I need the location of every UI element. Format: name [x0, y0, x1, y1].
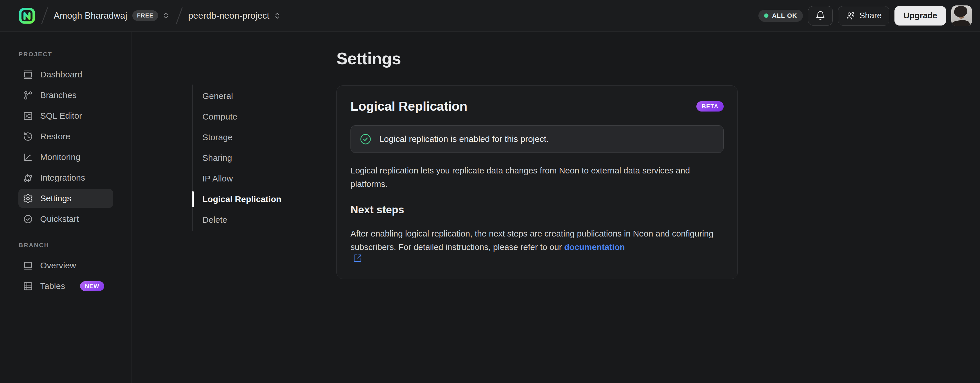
window-icon — [23, 260, 33, 271]
sidebar-section-branch: BRANCH — [19, 242, 131, 248]
settings-nav-label: Logical Replication — [202, 195, 281, 204]
sidebar-item-monitoring[interactable]: Monitoring — [18, 148, 113, 166]
settings-nav-label: Storage — [202, 133, 232, 142]
settings-subnav: General Compute Storage Sharing IP Allow… — [192, 85, 315, 231]
success-banner-text: Logical replication is enabled for this … — [379, 134, 549, 144]
next-steps-text: After enabling logical replication, the … — [350, 227, 724, 263]
settings-nav-delete[interactable]: Delete — [192, 210, 315, 230]
main-content: Settings Logical Replication BETA Logica… — [336, 49, 738, 279]
status-ok-dot — [764, 13, 768, 18]
sidebar-item-label: SQL Editor — [40, 111, 82, 121]
settings-nav-label: General — [202, 91, 233, 101]
page-title: Settings — [336, 49, 738, 68]
sidebar-item-tables[interactable]: Tables NEW — [18, 277, 113, 296]
topbar: Amogh Bharadwaj FREE peerdb-neon-project… — [0, 0, 980, 32]
sidebar-item-label: Monitoring — [40, 152, 80, 162]
settings-nav-label: Compute — [202, 112, 237, 122]
card-header: Logical Replication BETA — [350, 99, 724, 114]
description-text: Logical replication lets you replicate d… — [350, 164, 724, 191]
breadcrumb-divider — [176, 7, 183, 24]
sidebar-section-project: PROJECT — [19, 51, 131, 58]
neon-logo-icon[interactable] — [18, 7, 36, 24]
next-steps-text-body: After enabling logical replication, the … — [350, 229, 713, 252]
settings-nav-label: IP Allow — [202, 174, 233, 184]
status-badge-label: ALL OK — [772, 12, 797, 19]
external-link-icon[interactable] — [353, 254, 362, 263]
settings-nav-sharing[interactable]: Sharing — [192, 148, 315, 168]
settings-nav-logical-replication[interactable]: Logical Replication — [192, 189, 315, 210]
new-badge: NEW — [80, 281, 104, 291]
terminal-icon — [23, 111, 33, 121]
sidebar-item-label: Quickstart — [40, 214, 79, 224]
git-branch-icon — [23, 90, 33, 101]
logical-replication-card: Logical Replication BETA Logical replica… — [336, 85, 738, 279]
sidebar-item-sql-editor[interactable]: SQL Editor — [18, 106, 113, 125]
card-title: Logical Replication — [350, 99, 467, 114]
check-circle-icon — [23, 214, 33, 225]
settings-nav-compute[interactable]: Compute — [192, 106, 315, 127]
breadcrumb-project-name[interactable]: peerdb-neon-project — [188, 11, 270, 21]
breadcrumb-divider — [41, 7, 48, 24]
avatar-jacket — [951, 19, 970, 26]
share-button-label: Share — [859, 11, 881, 21]
chevron-up-down-icon[interactable] — [162, 11, 170, 20]
sidebar-item-label: Restore — [40, 131, 70, 141]
dashboard-icon — [23, 70, 33, 80]
history-icon — [23, 131, 33, 142]
sidebar-item-label: Tables — [40, 281, 65, 291]
sidebar-item-label: Dashboard — [40, 70, 83, 79]
chart-icon — [23, 152, 33, 163]
settings-nav-label: Delete — [202, 215, 228, 225]
sidebar-item-label: Branches — [40, 90, 76, 100]
status-badge[interactable]: ALL OK — [758, 10, 803, 22]
check-circle-icon — [360, 133, 372, 146]
chevron-up-down-icon[interactable] — [273, 11, 282, 20]
notifications-button[interactable] — [808, 6, 833, 25]
breadcrumb-org-name[interactable]: Amogh Bharadwaj — [54, 11, 127, 21]
upgrade-button[interactable]: Upgrade — [894, 6, 946, 25]
avatar-hair — [954, 6, 967, 17]
sidebar-item-quickstart[interactable]: Quickstart — [18, 210, 113, 228]
settings-nav-ip-allow[interactable]: IP Allow — [192, 168, 315, 189]
sidebar-item-dashboard[interactable]: Dashboard — [18, 65, 113, 84]
plan-badge: FREE — [132, 10, 158, 21]
topbar-actions: ALL OK Share Upgrade — [758, 5, 972, 26]
settings-nav-label: Sharing — [202, 153, 232, 163]
sidebar-item-branches[interactable]: Branches — [18, 86, 113, 104]
sidebar-item-label: Settings — [40, 193, 71, 203]
table-icon — [23, 281, 33, 291]
sidebar-item-label: Integrations — [40, 173, 85, 183]
sidebar-item-label: Overview — [40, 261, 76, 270]
gear-icon — [23, 193, 33, 204]
integrations-icon — [23, 173, 33, 183]
active-indicator-bar — [192, 191, 194, 207]
beta-badge: BETA — [697, 101, 724, 111]
bell-icon — [815, 11, 826, 21]
upgrade-button-label: Upgrade — [904, 11, 937, 21]
next-steps-title: Next steps — [350, 204, 724, 216]
settings-nav-storage[interactable]: Storage — [192, 127, 315, 148]
avatar[interactable] — [951, 5, 972, 26]
users-icon — [846, 11, 856, 21]
settings-nav-general[interactable]: General — [192, 86, 315, 106]
sidebar: PROJECT Dashboard Branches SQL Editor Re… — [0, 32, 132, 383]
share-button[interactable]: Share — [838, 6, 889, 25]
success-banner: Logical replication is enabled for this … — [350, 125, 724, 153]
sidebar-item-integrations[interactable]: Integrations — [18, 168, 113, 187]
sidebar-item-settings[interactable]: Settings — [18, 189, 113, 208]
documentation-link[interactable]: documentation — [564, 242, 625, 252]
sidebar-item-restore[interactable]: Restore — [18, 127, 113, 146]
sidebar-item-overview[interactable]: Overview — [18, 256, 113, 275]
